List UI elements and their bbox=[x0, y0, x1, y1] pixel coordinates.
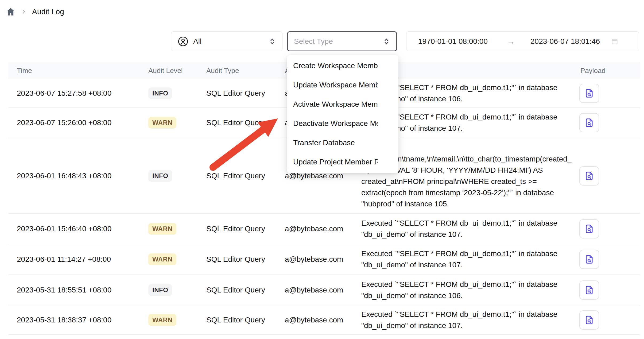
cell-comment: Executed `"SELECT * FROM db_ui_demo.t1;"… bbox=[361, 279, 575, 301]
column-header-time: Time bbox=[8, 67, 148, 75]
date-range-end[interactable]: 2023-06-07 18:01:46 bbox=[530, 37, 600, 46]
cell-audit-type: SQL Editor Query bbox=[206, 316, 285, 324]
audit-level-badge: WARN bbox=[148, 314, 176, 326]
cell-comment: Executed `"SELECT * FROM db_ui_demo.t1;"… bbox=[361, 248, 575, 271]
view-payload-button[interactable] bbox=[579, 84, 599, 103]
breadcrumb: Audit Log bbox=[6, 7, 64, 17]
view-payload-button[interactable] bbox=[579, 219, 599, 238]
table-row: 2023-06-01 15:46:40 +08:00 WARN SQL Edit… bbox=[8, 214, 640, 244]
table-row: 2023-05-31 18:38:37 +08:00 WARN SQL Edit… bbox=[8, 305, 640, 335]
cell-audit-type: SQL Editor Query bbox=[206, 172, 285, 180]
dropdown-item-deactivate-workspace-member[interactable]: Deactivate Workspace Member bbox=[287, 114, 398, 133]
arrow-right-icon: → bbox=[507, 37, 515, 46]
cell-time: 2023-06-01 16:48:43 +08:00 bbox=[8, 172, 148, 180]
audit-type-dropdown-menu: Create Workspace Member Update Workspace… bbox=[287, 55, 398, 173]
audit-log-page: Audit Log All Select Type 1970-01-01 08:… bbox=[0, 0, 644, 339]
actor-filter-select[interactable]: All bbox=[171, 31, 282, 51]
view-payload-button[interactable] bbox=[579, 113, 599, 132]
cell-audit-type: SQL Editor Query bbox=[206, 118, 285, 127]
audit-level-badge: INFO bbox=[148, 87, 172, 99]
audit-type-select[interactable]: Select Type bbox=[287, 31, 397, 51]
cell-comment: Executed `"SELECT * FROM db_ui_demo.t1;"… bbox=[361, 309, 575, 331]
cell-time: 2023-06-07 15:27:58 +08:00 bbox=[8, 89, 148, 98]
calendar-icon bbox=[611, 37, 619, 45]
cell-actor: a@bytebase.com bbox=[285, 286, 361, 294]
file-search-icon bbox=[584, 118, 594, 128]
audit-level-badge: WARN bbox=[148, 253, 176, 265]
audit-level-badge: WARN bbox=[148, 117, 176, 129]
column-header-audit-level: Audit Level bbox=[148, 67, 206, 75]
user-circle-icon bbox=[178, 36, 188, 47]
cell-audit-type: SQL Editor Query bbox=[206, 286, 285, 294]
date-range-start[interactable]: 1970-01-01 08:00:00 bbox=[418, 37, 488, 46]
cell-actor: a@bytebase.com bbox=[285, 316, 361, 324]
audit-level-badge: WARN bbox=[148, 223, 176, 235]
date-range-picker[interactable]: 1970-01-01 08:00:00 → 2023-06-07 18:01:4… bbox=[406, 31, 639, 51]
dropdown-item-create-workspace-member[interactable]: Create Workspace Member bbox=[287, 56, 398, 75]
dropdown-item-update-workspace-member[interactable]: Update Workspace Member bbox=[287, 75, 398, 95]
filter-bar: All Select Type 1970-01-01 08:00:00 → 20… bbox=[171, 31, 639, 51]
table-row: 2023-05-31 18:55:51 +08:00 INFO SQL Edit… bbox=[8, 275, 640, 305]
chevrons-up-down-icon bbox=[268, 37, 276, 45]
view-payload-button[interactable] bbox=[579, 250, 599, 269]
cell-time: 2023-06-01 15:46:40 +08:00 bbox=[8, 225, 148, 233]
audit-type-placeholder: Select Type bbox=[294, 37, 382, 46]
table-row: 2023-06-01 11:14:27 +08:00 WARN SQL Edit… bbox=[8, 244, 640, 275]
home-icon[interactable] bbox=[6, 7, 15, 17]
cell-actor: a@bytebase.com bbox=[285, 255, 361, 264]
dropdown-item-update-project-member-role[interactable]: Update Project Member Role bbox=[287, 152, 398, 172]
file-search-icon bbox=[584, 224, 594, 234]
file-search-icon bbox=[584, 254, 594, 264]
cell-time: 2023-06-01 11:14:27 +08:00 bbox=[8, 255, 148, 264]
chevron-right-icon bbox=[21, 9, 27, 15]
view-payload-button[interactable] bbox=[579, 310, 599, 330]
page-title: Audit Log bbox=[32, 7, 64, 16]
cell-audit-type: SQL Editor Query bbox=[206, 225, 285, 233]
file-search-icon bbox=[584, 315, 594, 325]
cell-time: 2023-05-31 18:55:51 +08:00 bbox=[8, 286, 148, 294]
file-search-icon bbox=[584, 171, 594, 181]
dropdown-item-activate-workspace-member[interactable]: Activate Workspace Member bbox=[287, 95, 398, 114]
actor-filter-value: All bbox=[193, 37, 263, 46]
file-search-icon bbox=[584, 88, 594, 98]
file-search-icon bbox=[584, 285, 594, 295]
column-header-audit-type: Audit Type bbox=[206, 67, 285, 75]
dropdown-item-transfer-database[interactable]: Transfer Database bbox=[287, 133, 398, 152]
audit-level-badge: INFO bbox=[148, 170, 172, 182]
cell-time: 2023-06-07 15:26:00 +08:00 bbox=[8, 118, 148, 127]
view-payload-button[interactable] bbox=[579, 166, 599, 186]
view-payload-button[interactable] bbox=[579, 280, 599, 300]
cell-time: 2023-05-31 18:38:37 +08:00 bbox=[8, 316, 148, 324]
column-header-payload: Payload bbox=[575, 67, 640, 75]
chevrons-up-down-icon bbox=[382, 37, 390, 45]
cell-actor: a@bytebase.com bbox=[285, 225, 361, 233]
audit-level-badge: INFO bbox=[148, 284, 172, 296]
cell-audit-type: SQL Editor Query bbox=[206, 255, 285, 264]
cell-audit-type: SQL Editor Query bbox=[206, 89, 285, 98]
cell-comment: Executed `"SELECT * FROM db_ui_demo.t1;"… bbox=[361, 218, 575, 240]
